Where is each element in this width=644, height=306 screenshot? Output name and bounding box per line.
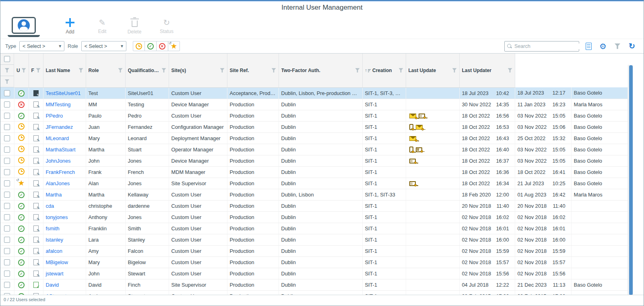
username-link[interactable]: cda: [46, 203, 54, 209]
row-checkbox[interactable]: [4, 90, 10, 96]
filter-pending-button[interactable]: [133, 41, 145, 51]
username-link[interactable]: JFernandez: [46, 124, 73, 130]
row-checkbox[interactable]: [4, 101, 10, 108]
row-checkbox[interactable]: [4, 147, 10, 153]
note-icon[interactable]: [33, 237, 39, 243]
note-icon[interactable]: [33, 90, 39, 96]
row-checkbox[interactable]: [4, 214, 10, 220]
note-icon[interactable]: [33, 225, 39, 232]
header-site-ref[interactable]: Site Ref.: [227, 54, 279, 87]
table-row[interactable]: ✓PPedroPauloPedroCustom UserProductionDu…: [0, 110, 627, 121]
note-icon[interactable]: [33, 248, 39, 254]
row-checkbox[interactable]: [4, 259, 10, 265]
username-link[interactable]: afalcon: [46, 248, 62, 254]
table-row[interactable]: ✓afalconAmyFalconCustom UserProductionDu…: [0, 245, 627, 256]
username-link[interactable]: FrankFrench: [46, 169, 75, 175]
table-row[interactable]: ✓MarthaMarthaKellawayCustom UserProducti…: [0, 189, 627, 200]
header-two-factor[interactable]: Two-Factor Auth.: [279, 54, 362, 87]
filter-active-button[interactable]: ✓: [144, 41, 157, 51]
row-checkbox[interactable]: [4, 282, 10, 288]
header-select-all[interactable]: [0, 54, 14, 65]
row-checkbox[interactable]: [4, 135, 10, 141]
table-row[interactable]: ✓DavidDavidFinchSite SupervisorProductio…: [0, 279, 627, 290]
header-status-column[interactable]: [0, 65, 14, 76]
filter-funnel-icon[interactable]: [162, 68, 166, 72]
row-checkbox[interactable]: [4, 293, 10, 295]
note-icon[interactable]: [33, 259, 39, 265]
username-link[interactable]: AStewart: [46, 293, 67, 295]
header-sites[interactable]: Site(s): [169, 54, 227, 87]
row-checkbox[interactable]: [4, 203, 10, 209]
row-checkbox[interactable]: [4, 271, 10, 277]
table-row[interactable]: JohnJonesJohnJonesDevice ManagerProducti…: [0, 155, 627, 166]
filter-funnel-icon[interactable]: [272, 68, 276, 72]
note-icon[interactable]: [33, 282, 39, 288]
note-icon[interactable]: [33, 192, 39, 198]
header-last-update[interactable]: Last Update: [406, 54, 459, 87]
username-link[interactable]: MMTesting: [46, 101, 71, 108]
settings-button[interactable]: ⚙: [598, 41, 608, 52]
note-icon[interactable]: [33, 169, 39, 175]
username-link[interactable]: AlanJones: [46, 180, 70, 186]
vertical-scrollbar-thumb[interactable]: [629, 65, 633, 295]
clear-filter-button[interactable]: [612, 41, 623, 52]
header-role[interactable]: Role: [86, 54, 125, 87]
note-icon[interactable]: [33, 214, 39, 220]
vertical-scrollbar[interactable]: [628, 65, 633, 295]
table-row[interactable]: ✓TestSiteUser01TestSiteUser01Custom User…: [0, 87, 627, 99]
add-button[interactable]: Add: [55, 16, 85, 37]
edit-button[interactable]: ✎ Edit: [87, 16, 117, 37]
username-link[interactable]: David: [46, 282, 59, 288]
table-row[interactable]: FrankFrenchFrankFrenchMDM ManagerProduct…: [0, 166, 627, 178]
header-creation[interactable]: ↑Creation: [362, 54, 406, 87]
row-checkbox[interactable]: [4, 169, 10, 175]
header-note-column[interactable]: [0, 76, 14, 87]
table-row[interactable]: ★AlanJonesAlanJonesSite SupervisorProduc…: [0, 178, 627, 189]
filter-funnel-icon[interactable]: [79, 68, 83, 72]
header-last-updater[interactable]: Last Updater: [459, 54, 515, 87]
username-link[interactable]: lstanley: [46, 237, 63, 243]
role-select[interactable]: < Select > ▼: [81, 41, 126, 51]
table-row[interactable]: JFernandezJuanFernandezConfiguration Man…: [0, 121, 627, 132]
table-row[interactable]: ✓cdachristophedardenneCustom UserProduct…: [0, 200, 627, 211]
note-icon[interactable]: [33, 271, 39, 277]
row-checkbox[interactable]: [4, 248, 10, 254]
type-select[interactable]: < Select > ▼: [19, 41, 64, 51]
header-username[interactable]: Username: [14, 54, 29, 87]
note-icon[interactable]: [33, 203, 39, 209]
note-icon[interactable]: [33, 158, 39, 164]
username-link[interactable]: fsmith: [46, 225, 60, 232]
filter-funnel-icon[interactable]: [118, 68, 123, 72]
note-icon[interactable]: [33, 180, 39, 186]
username-link[interactable]: MLeonard: [46, 135, 69, 141]
header-first-name[interactable]: First Name: [29, 54, 43, 87]
username-link[interactable]: MarthaStuart: [46, 147, 76, 153]
row-checkbox[interactable]: [4, 124, 10, 130]
filter-funnel-icon[interactable]: [5, 79, 9, 84]
export-button[interactable]: [583, 41, 594, 52]
note-icon[interactable]: [33, 135, 39, 141]
note-icon[interactable]: [33, 293, 39, 295]
username-link[interactable]: JohnJones: [46, 158, 71, 164]
table-row[interactable]: ✓lstanleyLaraStanleyCustom UserProductio…: [0, 234, 627, 245]
note-icon[interactable]: [33, 113, 39, 119]
username-link[interactable]: Martha: [46, 192, 62, 198]
delete-button[interactable]: Delete: [120, 16, 149, 37]
row-checkbox[interactable]: [4, 192, 10, 198]
username-link[interactable]: PPedro: [46, 113, 63, 119]
filter-inactive-button[interactable]: ✕: [156, 41, 168, 51]
note-icon[interactable]: [33, 147, 39, 153]
row-checkbox[interactable]: [4, 225, 10, 232]
refresh-button[interactable]: ↻: [627, 41, 637, 52]
select-all-checkbox[interactable]: [4, 56, 10, 62]
username-link[interactable]: jstewart: [46, 271, 64, 277]
filter-funnel-icon[interactable]: [508, 68, 512, 72]
table-row[interactable]: ✓fsmithFranklinSmithCustom UserProductio…: [0, 223, 627, 234]
filter-new-button[interactable]: ★: [168, 41, 180, 51]
filter-funnel-icon[interactable]: [36, 68, 41, 72]
filter-funnel-icon[interactable]: [399, 68, 403, 72]
table-row[interactable]: ✓tonyjonesAnthonyJonesCustom UserProduct…: [0, 211, 627, 223]
username-link[interactable]: MBigelow: [46, 259, 68, 265]
filter-funnel-icon[interactable]: [355, 68, 360, 72]
table-row[interactable]: ✕MMTestingMMTestingDevice ManagerProduct…: [0, 99, 627, 110]
